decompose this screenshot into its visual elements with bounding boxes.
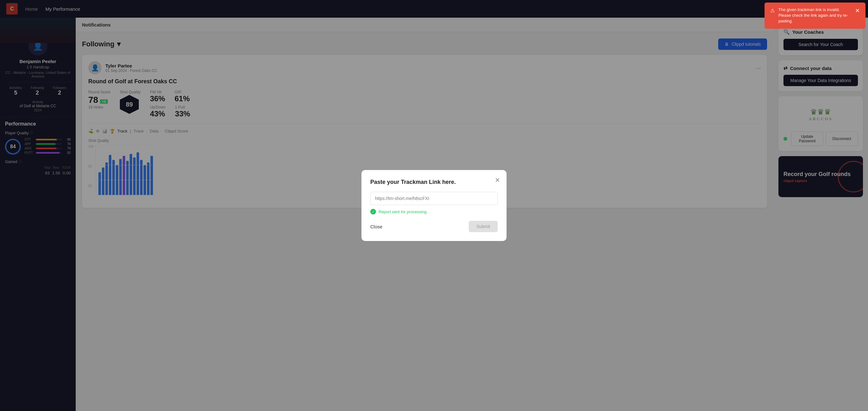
modal-title: Paste your Trackman Link here. [370, 179, 498, 186]
success-icon: ✓ [370, 209, 376, 215]
trackman-modal: Paste your Trackman Link here. ✕ ✓ Repor… [362, 170, 506, 241]
modal-close-button[interactable]: Close [370, 224, 382, 229]
toast-message: The given trackman link is invalid. Plea… [778, 7, 851, 24]
modal-success-message: ✓ Report sent for processing [370, 209, 498, 215]
warning-icon: ⚠ [770, 7, 775, 14]
modal-submit-button[interactable]: Submit [469, 221, 498, 232]
trackman-link-input[interactable] [370, 192, 498, 205]
success-text: Report sent for processing [378, 210, 427, 214]
modal-overlay: Paste your Trackman Link here. ✕ ✓ Repor… [0, 0, 868, 411]
modal-footer: Close Submit [370, 221, 498, 232]
modal-close-x-button[interactable]: ✕ [495, 176, 500, 184]
toast-close-button[interactable]: ✕ [855, 7, 860, 15]
error-toast: ⚠ The given trackman link is invalid. Pl… [765, 2, 866, 29]
